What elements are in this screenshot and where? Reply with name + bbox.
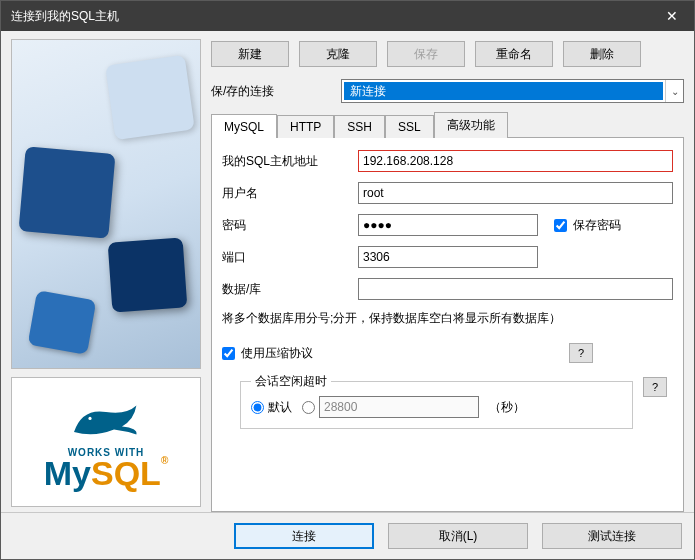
window-title: 连接到我的SQL主机 [11, 8, 649, 25]
user-label: 用户名 [222, 185, 352, 202]
content-area: WORKS WITH MySQL® 新建 克隆 保存 重命名 删除 保/存的连接 [1, 31, 694, 559]
database-label: 数据/库 [222, 281, 352, 298]
radio-default[interactable] [251, 401, 264, 414]
database-hint: 将多个数据库用分号;分开，保持数据库空白将显示所有数据库） [222, 310, 673, 327]
idle-timeout-legend: 会话空闲超时 [251, 373, 331, 390]
idle-timeout-row: 会话空闲超时 默认 [222, 373, 673, 429]
clone-button[interactable]: 克隆 [299, 41, 377, 67]
saved-connection-selected: 新连接 [344, 82, 663, 100]
idle-timeout-radio-row: 默认 （秒） [251, 396, 622, 418]
idle-timeout-fieldset: 会话空闲超时 默认 [240, 373, 633, 429]
database-input[interactable] [358, 278, 673, 300]
new-button[interactable]: 新建 [211, 41, 289, 67]
save-password-checkbox[interactable] [554, 219, 567, 232]
puzzle-piece-icon [105, 55, 195, 140]
mysql-wordmark: MySQL® [44, 456, 169, 490]
mysql-logo: WORKS WITH MySQL® [11, 377, 201, 507]
puzzle-piece-icon [28, 290, 97, 355]
test-connection-button[interactable]: 测试连接 [542, 523, 682, 549]
database-row: 数据/库 [222, 278, 673, 300]
saved-connection-dropdown[interactable]: 新连接 ⌄ [341, 79, 684, 103]
save-password-label: 保存密码 [573, 217, 621, 234]
connect-button[interactable]: 连接 [234, 523, 374, 549]
titlebar: 连接到我的SQL主机 ✕ [1, 1, 694, 31]
main-row: WORKS WITH MySQL® 新建 克隆 保存 重命名 删除 保/存的连接 [1, 31, 694, 512]
close-icon: ✕ [666, 8, 678, 24]
host-input[interactable] [358, 150, 673, 172]
tab-advanced[interactable]: 高级功能 [434, 112, 508, 138]
help-compress-button[interactable]: ? [569, 343, 593, 363]
left-panel: WORKS WITH MySQL® [11, 39, 201, 512]
rename-button[interactable]: 重命名 [475, 41, 553, 67]
help-idle-button[interactable]: ? [643, 377, 667, 397]
port-label: 端口 [222, 249, 352, 266]
user-input[interactable] [358, 182, 673, 204]
password-label: 密码 [222, 217, 352, 234]
password-row: 密码 保存密码 [222, 214, 673, 236]
tab-ssl[interactable]: SSL [385, 115, 434, 138]
tab-body: 我的SQL主机地址 用户名 密码 保存密码 [211, 137, 684, 512]
tab-ssh[interactable]: SSH [334, 115, 385, 138]
port-input[interactable] [358, 246, 538, 268]
dialog-window: 连接到我的SQL主机 ✕ WORKS WITH [0, 0, 695, 560]
seconds-label: （秒） [489, 399, 525, 416]
decorative-puzzle-image [11, 39, 201, 369]
saved-connection-row: 保/存的连接 新连接 ⌄ [211, 79, 684, 103]
svg-point-0 [88, 416, 91, 419]
saved-connection-label: 保/存的连接 [211, 83, 331, 100]
host-label: 我的SQL主机地址 [222, 153, 352, 170]
cancel-button[interactable]: 取消(L) [388, 523, 528, 549]
compress-checkbox[interactable] [222, 347, 235, 360]
user-row: 用户名 [222, 182, 673, 204]
right-panel: 新建 克隆 保存 重命名 删除 保/存的连接 新连接 ⌄ MySQL [211, 39, 684, 512]
radio-custom-group [302, 396, 479, 418]
close-button[interactable]: ✕ [649, 1, 694, 31]
compress-row: 使用压缩协议 ? [222, 343, 673, 363]
tab-strip: MySQL HTTP SSH SSL 高级功能 [211, 111, 684, 137]
dolphin-icon [66, 395, 146, 445]
tab-mysql[interactable]: MySQL [211, 114, 277, 138]
timeout-input[interactable] [319, 396, 479, 418]
password-input[interactable] [358, 214, 538, 236]
save-password-group: 保存密码 [554, 217, 621, 234]
radio-custom[interactable] [302, 401, 315, 414]
tab-http[interactable]: HTTP [277, 115, 334, 138]
port-row: 端口 [222, 246, 673, 268]
tab-control: MySQL HTTP SSH SSL 高级功能 我的SQL主机地址 用户名 [211, 111, 684, 512]
host-row: 我的SQL主机地址 [222, 150, 673, 172]
puzzle-piece-icon [18, 146, 115, 239]
compress-label: 使用压缩协议 [241, 345, 313, 362]
chevron-down-icon: ⌄ [665, 80, 683, 102]
save-button[interactable]: 保存 [387, 41, 465, 67]
radio-default-group: 默认 [251, 399, 292, 416]
bottom-bar: 连接 取消(L) 测试连接 [1, 512, 694, 559]
delete-button[interactable]: 删除 [563, 41, 641, 67]
radio-default-label: 默认 [268, 399, 292, 416]
puzzle-piece-icon [108, 237, 188, 312]
toolbar: 新建 克隆 保存 重命名 删除 [211, 39, 684, 71]
